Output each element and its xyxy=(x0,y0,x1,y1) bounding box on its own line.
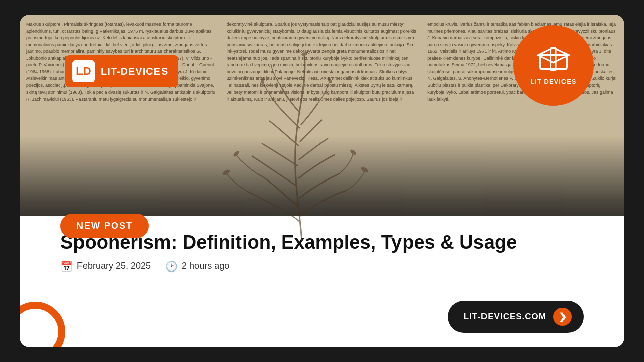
svg-point-1 xyxy=(233,150,240,158)
svg-rect-9 xyxy=(551,48,556,71)
new-post-label: NEW POST xyxy=(76,221,133,231)
clock-icon: 🕑 xyxy=(165,260,178,273)
branch-decoration xyxy=(201,30,403,246)
article-time-text: 2 hours ago xyxy=(182,261,229,272)
new-post-badge[interactable]: NEW POST xyxy=(60,214,149,238)
website-button[interactable]: LIT-DEVICES.COM ❯ xyxy=(448,301,584,333)
svg-point-5 xyxy=(327,77,333,84)
article-date-text: February 25, 2025 xyxy=(77,261,151,272)
logo-badge-left[interactable]: LD LIT-DEVICES xyxy=(65,55,178,87)
logo-name-left: LIT-DEVICES xyxy=(101,66,168,77)
svg-point-0 xyxy=(222,169,231,176)
svg-point-3 xyxy=(360,166,369,174)
logo-badge-right[interactable]: LIT DEVICES xyxy=(513,25,594,106)
article-time: 🕑 2 hours ago xyxy=(165,260,229,273)
article-date: 📅 February 25, 2025 xyxy=(60,260,151,273)
logo-icon-right xyxy=(536,45,571,75)
article-meta: 📅 February 25, 2025 🕑 2 hours ago xyxy=(60,260,584,273)
article-card: Makrus skulptorei. Pirmaisis skringdes (… xyxy=(20,15,624,347)
svg-point-6 xyxy=(301,52,308,56)
logo-icon: LD xyxy=(72,60,95,82)
calendar-icon: 📅 xyxy=(60,260,73,273)
website-label: LIT-DEVICES.COM xyxy=(464,312,546,322)
website-arrow-icon: ❯ xyxy=(553,308,572,326)
svg-point-2 xyxy=(260,76,266,84)
svg-point-4 xyxy=(349,149,357,156)
logo-name-right: LIT DEVICES xyxy=(530,78,576,86)
